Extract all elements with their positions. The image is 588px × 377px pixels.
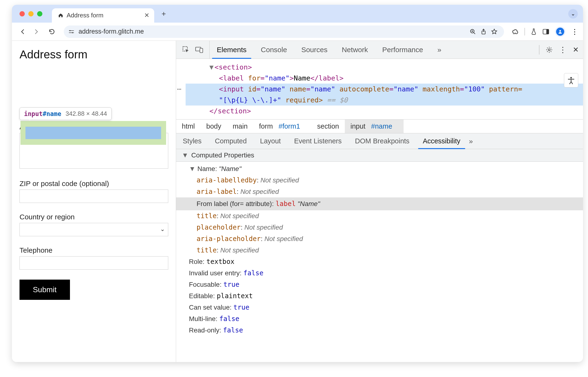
tab-sources[interactable]: Sources [294,41,335,59]
a11y-property-row[interactable]: Focusable: true [176,279,583,290]
phone-section: Telephone [20,246,168,270]
url-text: address-form.glitch.me [79,28,144,35]
tab-title: Address form [67,12,103,19]
crumb-form[interactable]: form#form1 [253,119,312,133]
tooltip-dimensions: 342.88 × 48.44 [66,110,107,118]
subtab-computed[interactable]: Computed [208,133,253,149]
a11y-property-row[interactable]: Editable: plaintext [176,290,583,302]
browser-window: Address form ✕ ＋ ⌄ address-form.glitch.m… [12,5,583,362]
crumb-section[interactable]: section [312,119,345,133]
tabs-dropdown-icon[interactable]: ⌄ [568,9,578,19]
subtab-event-listeners[interactable]: Event Listeners [287,133,348,149]
device-toggle-icon[interactable] [195,47,203,53]
zip-label: ZIP or postal code (optional) [20,180,168,188]
a11y-computed-properties: ▼ Name: "Name" aria-labelledby: Not spec… [176,162,583,338]
country-label: Country or region [20,213,168,221]
a11y-property-row[interactable]: Can set value: true [176,302,583,313]
close-devtools-icon[interactable]: ✕ [573,46,579,54]
tabs-overflow-icon[interactable]: » [430,41,449,59]
new-tab-button[interactable]: ＋ [159,9,169,19]
a11y-property-row[interactable]: Invalid user entry: false [176,267,583,279]
browser-tab[interactable]: Address form ✕ [52,8,154,23]
subtab-styles[interactable]: Styles [176,133,208,149]
forward-button[interactable] [31,26,41,37]
tab-network[interactable]: Network [335,41,375,59]
tab-elements[interactable]: Elements [210,41,254,59]
element-highlight-content [25,127,161,139]
a11y-property-row[interactable]: Multi-line: false [176,313,583,325]
ellipsis-icon[interactable]: ⋯ [177,83,181,94]
a11y-property-row[interactable]: aria-labelledby: Not specified [176,175,583,186]
crumb-html[interactable]: html [176,119,201,133]
labs-icon[interactable] [531,28,537,35]
dom-breadcrumb[interactable]: html body main form#form1 section input#… [176,119,583,133]
selected-dom-node[interactable]: ⋯ <input id="name" name="name" autocompl… [186,83,583,106]
phone-input[interactable] [20,256,168,270]
tab-console[interactable]: Console [254,41,294,59]
svg-point-12 [559,30,561,32]
chrome-actions: ⋮ [512,26,579,37]
element-tooltip: input#name 342.88 × 48.44 [20,107,112,120]
crumb-main[interactable]: main [227,119,253,133]
devtools-tabs: Elements Console Sources Network Perform… [176,41,583,59]
side-panel-icon[interactable] [543,29,549,35]
a11y-property-row[interactable]: placeholder: Not specified [176,222,583,233]
inspect-icon[interactable] [182,46,190,54]
toolbar: address-form.glitch.me [12,23,583,41]
zip-input[interactable] [20,189,168,203]
a11y-name-row[interactable]: ▼ Name: "Name" [176,163,583,175]
address-bar[interactable]: address-form.glitch.me [64,25,504,38]
subtab-layout[interactable]: Layout [253,133,287,149]
a11y-section-header[interactable]: ▼ Computed Properties [176,149,583,162]
tooltip-selector: input#name [24,110,61,118]
country-select[interactable] [20,223,168,236]
crumb-input[interactable]: input#name [345,119,404,133]
close-window-icon[interactable] [20,11,25,16]
accessibility-badge-icon[interactable] [564,73,578,87]
kebab-menu-icon[interactable]: ⋮ [571,27,579,36]
profile-avatar[interactable] [555,26,565,37]
country-section: Country or region [20,213,168,236]
tab-performance[interactable]: Performance [375,41,430,59]
phone-label: Telephone [20,246,168,254]
a11y-property-row[interactable]: title: Not specified [176,210,583,222]
a11y-property-row[interactable]: Read-only: false [176,325,583,336]
bookmark-star-icon[interactable] [491,29,497,35]
minimize-window-icon[interactable] [28,11,34,16]
reload-button[interactable] [47,26,57,37]
settings-gear-icon[interactable] [546,46,553,53]
a11y-property-row[interactable]: Role: textbox [176,256,583,267]
more-menu-icon[interactable]: ⋮ [559,45,566,54]
subtab-accessibility[interactable]: Accessibility [416,133,467,149]
separator [539,45,540,55]
zoom-icon[interactable] [470,29,476,35]
disclosure-triangle-icon[interactable]: ▼ [182,152,189,159]
subtab-dom-breakpoints[interactable]: DOM Breakpoints [348,133,416,149]
back-button[interactable] [18,26,28,37]
svg-rect-15 [200,48,203,53]
devtools-panel: Elements Console Sources Network Perform… [176,41,583,362]
share-icon[interactable] [481,29,486,35]
a11y-property-row[interactable]: title: Not specified [176,245,583,256]
zip-section: ZIP or postal code (optional) [20,180,168,203]
a11y-property-row[interactable]: aria-label: Not specified [176,186,583,197]
subtabs-overflow-icon[interactable]: » [469,137,473,145]
dom-tree[interactable]: ▼<section> <label for="name">Name</label… [176,59,583,119]
a11y-property-row[interactable]: aria-placeholder: Not specified [176,233,583,245]
crumb-body[interactable]: body [201,119,227,133]
svg-point-17 [570,77,572,79]
window-controls [20,11,42,16]
svg-rect-11 [546,29,549,34]
tab-strip: Address form ✕ ＋ ⌄ [12,5,583,23]
element-highlight-overlay [21,121,166,145]
fullscreen-window-icon[interactable] [37,11,42,16]
extensions-icon[interactable] [512,28,519,35]
site-settings-icon[interactable] [68,29,75,34]
rendered-page: Address form input#name 342.88 × 48.44 A… [12,41,176,362]
a11y-header-label: Computed Properties [191,152,254,159]
submit-button[interactable]: Submit [20,280,70,300]
svg-point-16 [548,49,550,51]
close-tab-icon[interactable]: ✕ [144,12,149,19]
page-title: Address form [20,48,168,61]
a11y-from-label-row[interactable]: From label (for= attribute): label "Name… [176,197,583,210]
